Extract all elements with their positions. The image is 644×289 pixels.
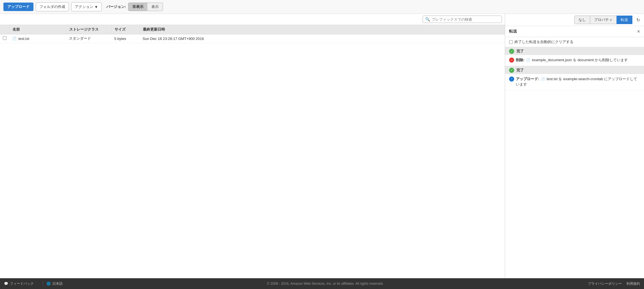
auto-clear-checkbox[interactable] bbox=[509, 40, 513, 44]
transfer-item: ✓ 完了 ↑ アップロード: 📄 test.txt を example-sear… bbox=[505, 66, 644, 90]
version-hide-button[interactable]: 非表示 bbox=[128, 3, 147, 11]
tab-transfer[interactable]: 転送 bbox=[617, 16, 632, 24]
transfer-item-body: − 削除: 📄 example_document.json を document… bbox=[505, 55, 644, 66]
version-show-button[interactable]: 表示 bbox=[147, 3, 163, 11]
transfer-panel: 転送 × 終了した転送を自動的にクリアする ✓ 完了 − 削除: 📄 exam bbox=[505, 26, 644, 278]
footer-copyright: © 2008 - 2016, Amazon Web Services, Inc.… bbox=[63, 282, 588, 286]
footer-separator-1 bbox=[43, 281, 43, 286]
row-checkbox[interactable] bbox=[0, 34, 9, 43]
col-header-date: 最終更新日時 bbox=[140, 25, 505, 34]
table-row: 📄 test.txt スタンダード 5 bytes Sun Dec 18 23:… bbox=[0, 34, 505, 43]
privacy-link[interactable]: プライバシーポリシー bbox=[588, 281, 622, 286]
col-header-storage: ストレージクラス bbox=[66, 25, 111, 34]
status-check-icon: ✓ bbox=[509, 68, 514, 73]
doc-icon: 📄 bbox=[526, 58, 530, 63]
tab-properties[interactable]: プロパティ bbox=[590, 16, 617, 24]
tab-none[interactable]: なし bbox=[574, 16, 590, 24]
row-size: 5 bytes bbox=[111, 34, 140, 43]
footer: 💬 フィードバック 🌐 日本語 © 2008 - 2016, Amazon We… bbox=[0, 278, 644, 289]
status-label: 完了 bbox=[516, 68, 524, 73]
transfer-item-body: ↑ アップロード: 📄 test.txt を example-search-cr… bbox=[505, 74, 644, 90]
actions-label: アクション bbox=[75, 4, 93, 9]
panel-tabs: なし プロパティ 転送 ↻ bbox=[505, 14, 644, 26]
op-type-icon: − bbox=[509, 58, 514, 63]
transfer-description: 削除: 📄 example_document.json を document か… bbox=[516, 57, 628, 63]
main-area: 🔍 名前 ストレージクラス サイズ 最終更新日時 bbox=[0, 14, 644, 278]
search-input[interactable] bbox=[432, 17, 499, 22]
row-name: 📄 test.txt bbox=[9, 34, 66, 43]
auto-clear-row: 終了した転送を自動的にクリアする bbox=[505, 37, 644, 47]
toolbar: アップロード フォルダの作成 アクション ▼ バージョン: 非表示 表示 bbox=[0, 0, 644, 14]
actions-button[interactable]: アクション ▼ bbox=[71, 2, 102, 11]
auto-clear-label[interactable]: 終了した転送を自動的にクリアする bbox=[514, 39, 573, 44]
transfer-item: ✓ 完了 − 削除: 📄 example_document.json を doc… bbox=[505, 47, 644, 66]
feedback-link[interactable]: 💬 フィードバック bbox=[4, 281, 34, 286]
file-name-text: test.txt bbox=[18, 37, 29, 41]
transfer-description: アップロード: 📄 test.txt を example-search-cron… bbox=[516, 76, 640, 87]
search-box: 🔍 bbox=[423, 16, 502, 23]
lang-icon: 🌐 bbox=[46, 282, 51, 286]
search-icon: 🔍 bbox=[425, 17, 430, 22]
col-header-size: サイズ bbox=[111, 25, 140, 34]
search-row: 🔍 bbox=[0, 14, 505, 25]
create-folder-button[interactable]: フォルダの作成 bbox=[36, 2, 69, 11]
refresh-button[interactable]: ↻ bbox=[635, 16, 641, 24]
feedback-icon: 💬 bbox=[4, 282, 8, 286]
doc-icon: 📄 bbox=[541, 76, 545, 82]
feedback-label: フィードバック bbox=[10, 281, 34, 286]
transfer-item-status: ✓ 完了 bbox=[505, 47, 644, 55]
file-table: 名前 ストレージクラス サイズ 最終更新日時 📄 test.txt スタンダード… bbox=[0, 25, 505, 278]
terms-link[interactable]: 利用規約 bbox=[626, 281, 640, 286]
op-type-icon: ↑ bbox=[509, 76, 514, 82]
transfer-item-status: ✓ 完了 bbox=[505, 66, 644, 74]
transfer-items-container: ✓ 完了 − 削除: 📄 example_document.json を doc… bbox=[505, 47, 644, 90]
transfer-header: 転送 × bbox=[505, 26, 644, 37]
file-area: 🔍 名前 ストレージクラス サイズ 最終更新日時 bbox=[0, 14, 505, 278]
status-check-icon: ✓ bbox=[509, 49, 514, 54]
close-button[interactable]: × bbox=[637, 29, 640, 34]
lang-label: 日本語 bbox=[52, 281, 63, 286]
row-storage: スタンダード bbox=[66, 34, 111, 43]
version-toggle: 非表示 表示 bbox=[128, 3, 163, 11]
actions-dropdown-arrow: ▼ bbox=[94, 5, 98, 9]
col-header-name: 名前 bbox=[9, 25, 66, 34]
right-panel: なし プロパティ 転送 ↻ 転送 × 終了した転送を自動的にクリアする ✓ 完了 bbox=[505, 14, 644, 278]
transfer-title: 転送 bbox=[509, 29, 517, 34]
version-label: バージョン: bbox=[106, 4, 126, 9]
language-link[interactable]: 🌐 日本語 bbox=[46, 281, 63, 286]
upload-button[interactable]: アップロード bbox=[3, 3, 33, 11]
row-modified: Sun Dec 18 23:28:17 GMT+900 2016 bbox=[140, 34, 505, 43]
status-label: 完了 bbox=[516, 49, 524, 54]
col-header-check bbox=[0, 25, 9, 34]
file-icon: 📄 bbox=[12, 37, 17, 41]
